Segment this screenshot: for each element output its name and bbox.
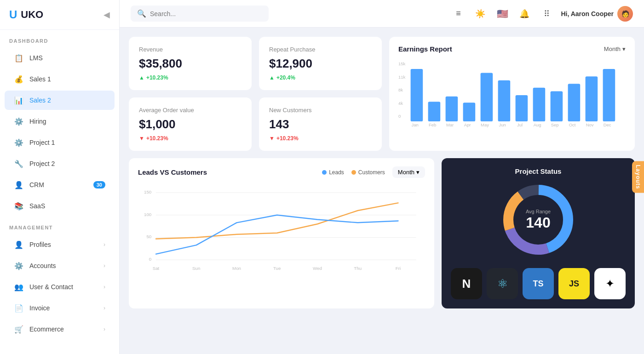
svg-text:Nov: Nov <box>586 122 594 127</box>
search-input[interactable] <box>150 10 262 17</box>
stat-card-revenue: Revenue $35,800 ▲ +10.23% <box>129 37 252 90</box>
topbar: 🔍 ≡ ☀️ 🇺🇸 🔔 ⠿ Hi, Aaron Cooper 🧑 <box>120 0 644 28</box>
avg-range-value: 140 <box>526 214 551 231</box>
sidebar-item-sales2[interactable]: 📊 Sales 2 <box>5 91 115 110</box>
svg-rect-5 <box>411 69 423 121</box>
bell-icon[interactable]: 🔔 <box>517 6 532 22</box>
legend-customers: Customers <box>351 169 385 176</box>
sidebar-item-accounts[interactable]: ⚙️ Accounts › <box>5 256 115 275</box>
flag-icon[interactable]: 🇺🇸 <box>494 6 510 22</box>
tech-icons: N ⚛ TS JS ✦ <box>451 268 626 299</box>
leads-period-label: Month <box>398 169 414 176</box>
user-greeting[interactable]: Hi, Aaron Cooper 🧑 <box>561 6 633 22</box>
main-content: 🔍 ≡ ☀️ 🇺🇸 🔔 ⠿ Hi, Aaron Cooper 🧑 Revenue… <box>120 0 644 354</box>
legend-leads-label: Leads <box>329 169 344 176</box>
sidebar-label-sales2: Sales 2 <box>29 97 51 104</box>
avg-order-value: $1,000 <box>139 117 242 131</box>
sidebar-item-profiles[interactable]: 👤 Profiles › <box>5 235 115 254</box>
avg-order-change: ▼ +10.23% <box>139 135 242 142</box>
topbar-actions: ≡ ☀️ 🇺🇸 🔔 ⠿ Hi, Aaron Cooper 🧑 <box>450 6 633 22</box>
new-customers-label: New Customers <box>269 107 372 114</box>
leads-dot <box>322 170 327 175</box>
sidebar-item-user-contact[interactable]: 👥 User & Contact › <box>5 277 115 297</box>
svg-rect-13 <box>551 91 563 121</box>
grid-icon[interactable]: ⠿ <box>539 6 554 22</box>
sidebar-label-crm: CRM <box>29 181 44 188</box>
tech-icon-javascript[interactable]: JS <box>558 268 590 299</box>
layouts-tab[interactable]: Layouts <box>632 161 644 193</box>
invoice-chevron-icon: › <box>104 305 105 311</box>
sales2-icon: 📊 <box>14 95 24 105</box>
sidebar-item-crm[interactable]: 👤 CRM 30 <box>5 175 115 194</box>
crm-icon: 👤 <box>14 180 24 190</box>
earnings-dropdown-icon: ▾ <box>622 46 626 52</box>
tech-icon-nextjs[interactable]: N <box>451 268 482 299</box>
sidebar-item-project2[interactable]: 🔧 Project 2 <box>5 154 115 173</box>
new-customers-down-arrow: ▼ <box>269 135 275 142</box>
svg-rect-8 <box>463 103 476 121</box>
accounts-chevron-icon: › <box>104 263 105 269</box>
svg-text:Jul: Jul <box>517 122 523 127</box>
sidebar-logo: U UKO ◀ <box>0 0 119 30</box>
earnings-period-label: Month <box>604 46 621 52</box>
stat-card-new-customers: New Customers 143 ▼ +10.23% <box>259 97 382 151</box>
earnings-bar-chart: 15k 11k 8k 4k 0 <box>398 58 626 132</box>
sidebar-label-sales1: Sales 1 <box>29 75 51 83</box>
earnings-period-select[interactable]: Month ▾ <box>604 46 626 52</box>
sidebar-item-project1[interactable]: ⚙️ Project 1 <box>5 133 115 152</box>
sidebar-label-invoice: Invoice <box>29 304 50 312</box>
sidebar-item-invoice[interactable]: 📄 Invoice › <box>5 298 115 318</box>
svg-text:Fri: Fri <box>396 266 401 271</box>
avg-range-label: Avg Range <box>526 209 551 214</box>
sidebar-item-saas[interactable]: 📚 SaaS <box>5 196 115 216</box>
bottom-row: Leads VS Customers Leads Customers <box>129 158 635 308</box>
svg-rect-7 <box>446 97 458 121</box>
leads-header: Leads VS Customers Leads Customers <box>138 166 425 178</box>
sidebar-item-hiring[interactable]: ⚙️ Hiring <box>5 112 115 131</box>
sidebar-item-ecommerce[interactable]: 🛒 Ecommerce › <box>5 320 115 339</box>
svg-text:Oct: Oct <box>569 122 576 127</box>
sidebar-collapse-button[interactable]: ◀ <box>104 10 110 20</box>
avatar: 🧑 <box>617 6 633 22</box>
dashboard: Revenue $35,800 ▲ +10.23% Average Order … <box>120 28 644 354</box>
logo-u-icon: U <box>9 8 17 21</box>
project-status-title: Project Status <box>515 167 562 175</box>
earnings-header: Earnings Report Month ▾ <box>398 45 626 53</box>
svg-text:15k: 15k <box>398 61 406 66</box>
revenue-up-arrow: ▲ <box>139 74 144 81</box>
leads-title: Leads VS Customers <box>138 168 207 176</box>
svg-rect-6 <box>428 102 441 121</box>
stat-card-avg-order: Average Order value $1,000 ▼ +10.23% <box>129 97 252 151</box>
sidebar-label-ecommerce: Ecommerce <box>29 325 64 333</box>
sidebar-item-sales1[interactable]: 💰 Sales 1 <box>5 69 115 89</box>
sidebar-label-accounts: Accounts <box>29 262 56 269</box>
earnings-title: Earnings Report <box>398 45 452 53</box>
svg-text:Sun: Sun <box>192 266 200 271</box>
svg-text:Aug: Aug <box>534 122 541 127</box>
section-label-management: MANAGEMENT <box>0 217 119 234</box>
search-bar[interactable]: 🔍 <box>131 6 269 22</box>
leads-period-select[interactable]: Month ▾ <box>392 166 425 178</box>
svg-text:Mon: Mon <box>232 266 241 271</box>
svg-text:0: 0 <box>149 257 152 262</box>
tech-icon-react[interactable]: ⚛ <box>487 268 518 299</box>
donut-chart-wrap: Avg Range 140 <box>499 181 577 259</box>
sidebar-item-lms[interactable]: 📋 LMS <box>5 48 115 68</box>
sun-icon[interactable]: ☀️ <box>472 6 488 22</box>
svg-text:Wed: Wed <box>313 266 322 271</box>
tech-icon-typescript[interactable]: TS <box>523 268 554 299</box>
new-customers-value: 143 <box>269 117 372 131</box>
ecommerce-chevron-icon: › <box>104 326 105 332</box>
top-row: Revenue $35,800 ▲ +10.23% Average Order … <box>129 37 635 151</box>
tech-icon-figma[interactable]: ✦ <box>594 268 626 299</box>
user-contact-chevron-icon: › <box>104 284 105 290</box>
svg-rect-9 <box>481 73 493 121</box>
sidebar-label-profiles: Profiles <box>29 241 51 248</box>
legend-leads: Leads <box>322 169 344 176</box>
invoice-icon: 📄 <box>14 303 24 313</box>
svg-text:Jun: Jun <box>499 122 506 127</box>
svg-text:May: May <box>481 122 489 127</box>
saas-icon: 📚 <box>14 201 24 211</box>
menu-icon[interactable]: ≡ <box>450 6 466 22</box>
revenue-label: Revenue <box>139 46 242 53</box>
